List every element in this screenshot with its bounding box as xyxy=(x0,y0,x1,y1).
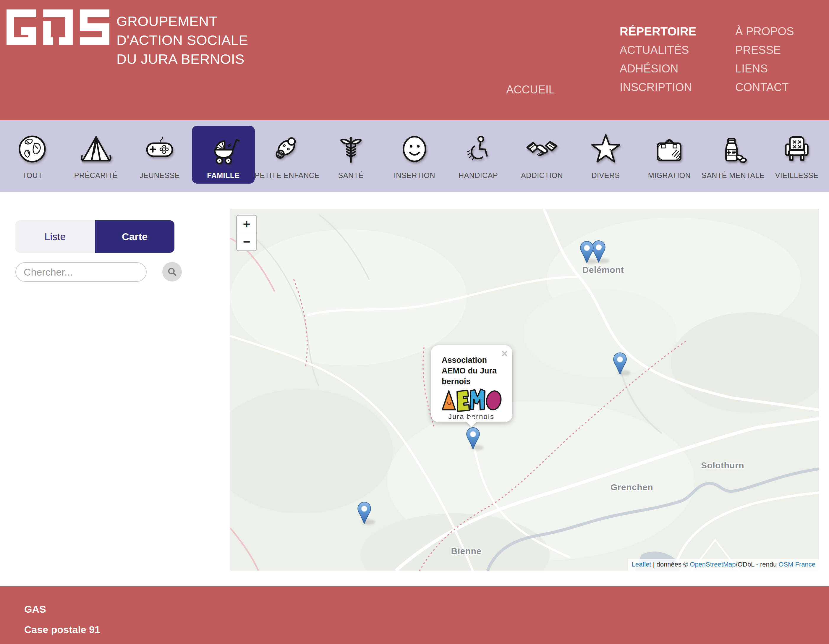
close-icon[interactable]: × xyxy=(501,348,507,359)
org-title: GROUPEMENT D'ACTION SOCIALE DU JURA BERN… xyxy=(117,12,248,69)
search-input[interactable] xyxy=(16,262,147,282)
pacifier-icon xyxy=(270,129,304,169)
category-label: INSERTION xyxy=(394,171,435,180)
carte-tab[interactable]: Carte xyxy=(95,220,175,253)
nav-item-liens[interactable]: LIENS xyxy=(735,60,794,78)
category-tile-sante[interactable]: SANTÉ xyxy=(319,126,382,184)
category-tile-petite-enfance[interactable]: PETITE ENFANCE xyxy=(256,126,319,184)
category-tile-jeunesse[interactable]: JEUNESSE xyxy=(128,126,191,184)
page-footer: GAS Case postale 91 xyxy=(0,586,829,644)
star-icon xyxy=(589,129,623,169)
handshake-icon xyxy=(525,129,559,169)
category-label: DIVERS xyxy=(591,171,620,180)
liste-tab[interactable]: Liste xyxy=(16,220,95,253)
suitcase-icon xyxy=(652,129,687,169)
zoom-in-button[interactable]: + xyxy=(237,216,256,233)
smiley-icon xyxy=(397,129,432,169)
category-label: PRÉCARITÉ xyxy=(74,171,118,180)
category-label: ADDICTION xyxy=(521,171,563,180)
city-label-grenchen: Grenchen xyxy=(610,482,653,492)
category-label: TOUT xyxy=(22,171,43,180)
map-canvas[interactable]: Delémont Grenchen Solothurn Bienne + − ×… xyxy=(230,209,819,571)
nav-item-inscription[interactable]: INSCRIPTION xyxy=(620,78,696,97)
category-tile-migration[interactable]: MIGRATION xyxy=(638,126,701,184)
nav-item-adhesion[interactable]: ADHÉSION xyxy=(620,60,696,78)
category-label: SANTÉ MENTALE xyxy=(701,171,764,180)
category-label: MIGRATION xyxy=(648,171,690,180)
category-label: JEUNESSE xyxy=(140,171,180,180)
footer-org: GAS xyxy=(24,603,829,615)
nav-item-actualites[interactable]: ACTUALITÉS xyxy=(620,41,696,60)
pram-icon xyxy=(206,129,241,169)
footer-address: Case postale 91 xyxy=(24,624,829,635)
category-label: FAMILLE xyxy=(207,171,240,180)
nav-item-repertoire[interactable]: RÉPERTOIRE xyxy=(620,22,696,41)
category-tile-addiction[interactable]: ADDICTION xyxy=(511,126,574,184)
category-tile-vieillesse[interactable]: VIEILLESSE xyxy=(766,126,828,184)
category-label: SANTÉ xyxy=(338,171,364,180)
category-bar: TOUT PRÉCARITÉ JEUNESSE xyxy=(0,120,829,192)
category-tile-precarite[interactable]: PRÉCARITÉ xyxy=(65,126,128,184)
city-label-delemont: Delémont xyxy=(582,265,624,275)
caduceus-icon xyxy=(334,129,368,169)
popup-title: Association AEMO du Jura bernois xyxy=(431,346,512,387)
magnifier-icon xyxy=(166,266,178,278)
category-tile-sante-mentale[interactable]: SANTÉ MENTALE xyxy=(701,126,764,184)
view-toggle: Liste Carte xyxy=(16,220,175,253)
leaflet-link[interactable]: Leaflet xyxy=(632,560,651,568)
category-label: PETITE ENFANCE xyxy=(255,171,320,180)
tent-icon xyxy=(79,129,113,169)
category-label: HANDICAP xyxy=(459,171,498,180)
category-tile-famille[interactable]: FAMILLE xyxy=(192,126,255,184)
globe-icon xyxy=(15,129,49,169)
gamepad-icon xyxy=(142,129,177,169)
city-label-bienne: Bienne xyxy=(451,546,481,556)
nav-item-contact[interactable]: CONTACT xyxy=(735,78,794,97)
category-label: VIEILLESSE xyxy=(775,171,819,180)
category-tile-handicap[interactable]: HANDICAP xyxy=(447,126,510,184)
category-tile-tout[interactable]: TOUT xyxy=(1,126,64,184)
medicine-icon xyxy=(716,129,750,169)
openstreetmap-link[interactable]: OpenStreetMap xyxy=(690,560,736,568)
zoom-out-button[interactable]: − xyxy=(237,233,256,251)
osm-france-link[interactable]: OSM France xyxy=(779,560,815,568)
nav-column-main: RÉPERTOIRE ACTUALITÉS ADHÉSION INSCRIPTI… xyxy=(620,22,696,97)
attribution-text: | données © xyxy=(651,560,690,568)
map-tiles: Delémont Grenchen Solothurn Bienne xyxy=(230,209,819,571)
map-attribution: Leaflet | données © OpenStreetMap/ODbL -… xyxy=(628,559,819,571)
page-header: GROUPEMENT D'ACTION SOCIALE DU JURA BERN… xyxy=(0,0,829,120)
nav-column-secondary: À PROPOS PRESSE LIENS CONTACT xyxy=(735,22,794,97)
armchair-icon xyxy=(780,129,814,169)
wheelchair-icon xyxy=(461,129,495,169)
nav-item-presse[interactable]: PRESSE xyxy=(735,41,794,60)
search-button[interactable] xyxy=(162,262,182,281)
attribution-text: /ODbL - rendu xyxy=(736,560,779,568)
nav-item-accueil[interactable]: ACCUEIL xyxy=(506,80,555,99)
category-tile-insertion[interactable]: INSERTION xyxy=(383,126,446,184)
map-popup: × Association AEMO du Jura bernois AEMO … xyxy=(431,346,512,422)
map-zoom-control: + − xyxy=(236,215,257,251)
city-label-solothurn: Solothurn xyxy=(701,460,744,470)
category-tile-divers[interactable]: DIVERS xyxy=(574,126,637,184)
nav-item-a-propos[interactable]: À PROPOS xyxy=(735,22,794,41)
gas-logo[interactable] xyxy=(6,9,110,45)
